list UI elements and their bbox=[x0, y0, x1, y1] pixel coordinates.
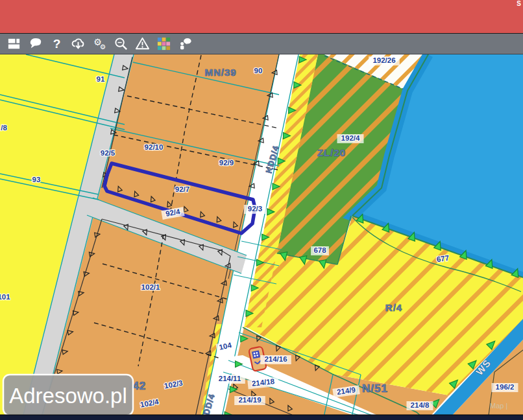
zone-label: R/4 bbox=[385, 302, 402, 313]
parcel-label: 91 bbox=[97, 75, 105, 83]
corner-text: S bbox=[517, 0, 521, 7]
svg-text:91: 91 bbox=[97, 75, 105, 83]
parcel-label: 92/5 bbox=[101, 149, 116, 157]
svg-text:?: ? bbox=[53, 37, 60, 51]
parcel-label: 214/19 bbox=[234, 396, 265, 405]
parcel-label: 214/8 bbox=[407, 401, 433, 410]
parcel-label: 214/11 bbox=[214, 375, 245, 384]
comments-icon-button[interactable] bbox=[27, 36, 43, 52]
parcel-label: 678 bbox=[311, 246, 329, 255]
svg-text:214/11: 214/11 bbox=[219, 375, 241, 382]
svg-text:⚙: ⚙ bbox=[99, 43, 105, 51]
zone-label: ZL/20 bbox=[317, 147, 346, 158]
svg-text:214/16: 214/16 bbox=[264, 355, 287, 363]
settings-icon-button[interactable]: ⚙⚙ bbox=[91, 36, 108, 52]
zone-label: N/51 bbox=[362, 382, 388, 395]
svg-text:90: 90 bbox=[254, 67, 263, 75]
svg-text:214/8: 214/8 bbox=[411, 401, 430, 409]
watermark: Adresowo.pl bbox=[3, 375, 133, 415]
legend-icon-button[interactable] bbox=[155, 36, 172, 52]
parcel-label: 101 bbox=[0, 293, 10, 301]
map-toolbar: ?⚙⚙ bbox=[0, 34, 523, 54]
share-icon-button[interactable] bbox=[176, 36, 193, 52]
layout-icon-button[interactable] bbox=[5, 36, 22, 52]
bottom-bar bbox=[0, 415, 523, 420]
svg-text:/8: /8 bbox=[1, 124, 7, 132]
zone-label: MN/39 bbox=[204, 67, 236, 78]
download-icon-button[interactable] bbox=[69, 36, 86, 52]
map-viewport[interactable]: 9190192/26192/492/592/1092/99392/792/492… bbox=[0, 0, 523, 420]
svg-text:ZL/20: ZL/20 bbox=[317, 147, 346, 158]
parcel-label: 90 bbox=[254, 67, 263, 75]
svg-text:196/2: 196/2 bbox=[496, 383, 515, 391]
svg-text:MN/39: MN/39 bbox=[204, 67, 236, 78]
svg-text:678: 678 bbox=[313, 246, 326, 254]
svg-text:N/51: N/51 bbox=[362, 382, 388, 395]
warning-icon-button[interactable] bbox=[134, 36, 151, 52]
search-icon-button[interactable] bbox=[112, 36, 129, 52]
map-attribution: Map | bbox=[490, 402, 507, 410]
help-icon-button[interactable]: ? bbox=[48, 36, 65, 52]
parcel-label: /8 bbox=[1, 124, 7, 132]
parcel-label: 192/26 bbox=[369, 56, 400, 65]
svg-text:102/1: 102/1 bbox=[141, 283, 160, 291]
parcel-label: 102/1 bbox=[141, 283, 160, 291]
svg-text:92/9: 92/9 bbox=[219, 159, 234, 167]
watermark-text: Adresowo.pl bbox=[9, 384, 127, 408]
svg-text:92/7: 92/7 bbox=[175, 185, 189, 193]
parcel-label: 192/4 bbox=[337, 134, 364, 143]
svg-text:92/3: 92/3 bbox=[248, 205, 262, 213]
parcel-label: 92/7 bbox=[175, 185, 189, 193]
parcel-label: 196/2 bbox=[492, 383, 518, 392]
svg-text:93: 93 bbox=[32, 176, 41, 183]
svg-text:192/26: 192/26 bbox=[372, 56, 395, 64]
svg-text:92/10: 92/10 bbox=[145, 143, 164, 151]
parcel-label: 92/10 bbox=[145, 143, 164, 151]
svg-text:92/5: 92/5 bbox=[101, 149, 116, 157]
svg-text:214/19: 214/19 bbox=[238, 396, 261, 404]
browser-chrome-bar: S bbox=[0, 0, 523, 34]
parcel-label: 93 bbox=[32, 176, 41, 183]
parcel-label: 92/9 bbox=[219, 159, 234, 167]
parcel-label: 92/3 bbox=[244, 205, 266, 214]
svg-text:R/4: R/4 bbox=[385, 302, 402, 313]
parcel-label: 214/16 bbox=[260, 355, 291, 364]
svg-text:101: 101 bbox=[0, 293, 10, 301]
svg-text:192/4: 192/4 bbox=[341, 134, 360, 142]
